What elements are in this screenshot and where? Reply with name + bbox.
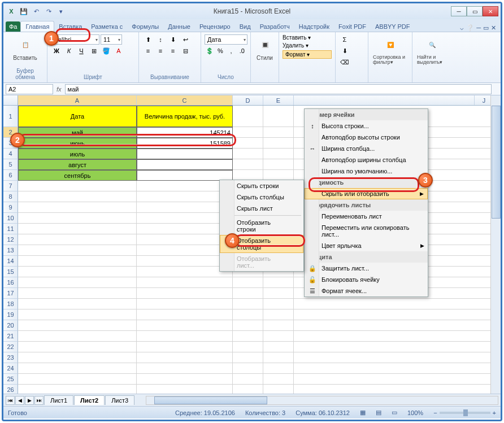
menu-protect-sheet[interactable]: 🔒Защитить лист... <box>305 263 428 274</box>
menu-hide-cols[interactable]: Скрыть столбцы <box>220 191 303 203</box>
redo-icon[interactable]: ↷ <box>43 6 54 17</box>
cell[interactable] <box>294 331 494 342</box>
cell[interactable] <box>263 320 294 331</box>
bold-button[interactable]: Ж <box>51 46 62 56</box>
align-center-button[interactable]: ≡ <box>155 46 166 56</box>
cell[interactable] <box>294 374 494 385</box>
merge-button[interactable]: ⊟ <box>180 46 191 56</box>
cell[interactable] <box>137 299 233 309</box>
row-header[interactable]: 21 <box>3 331 18 342</box>
comma-button[interactable]: , <box>227 46 236 56</box>
col-header-d[interactable]: D <box>233 95 263 105</box>
cell[interactable] <box>18 202 137 213</box>
cell[interactable] <box>137 342 233 352</box>
cell[interactable] <box>233 342 263 352</box>
qat-customize-icon[interactable]: ▾ <box>55 6 67 17</box>
cell[interactable] <box>263 342 294 352</box>
clear-button[interactable]: ⌫ <box>339 57 350 67</box>
cell[interactable] <box>233 299 263 309</box>
cell[interactable] <box>294 309 494 320</box>
cell[interactable]: сентябрь <box>18 170 137 181</box>
cell[interactable] <box>137 224 233 234</box>
align-right-button[interactable]: ≡ <box>167 46 179 56</box>
sheet-nav-first[interactable]: ⏮ <box>6 396 15 405</box>
cell[interactable] <box>294 320 494 331</box>
sheet-tab-3[interactable]: Лист3 <box>105 395 134 405</box>
row-header[interactable]: 26 <box>3 385 18 394</box>
sheet-nav-next[interactable]: ▶ <box>25 396 34 405</box>
row-header[interactable]: 23 <box>3 352 18 363</box>
align-bottom-button[interactable]: ⬇ <box>167 34 179 45</box>
wrap-text-button[interactable]: ↩ <box>180 34 191 45</box>
cell[interactable] <box>137 267 233 277</box>
cell[interactable] <box>233 385 263 394</box>
underline-button[interactable]: Ч <box>76 46 87 56</box>
cell[interactable] <box>263 385 294 394</box>
row-header[interactable]: 12 <box>3 234 18 245</box>
menu-format-cells[interactable]: ☰Формат ячеек... <box>305 285 428 296</box>
vertical-scrollbar[interactable] <box>490 95 501 394</box>
cell[interactable] <box>233 159 263 170</box>
cell[interactable]: август <box>18 159 137 170</box>
menu-autofit-col[interactable]: Автоподбор ширины столбца <box>305 154 428 165</box>
col-header-a[interactable]: A <box>18 95 137 105</box>
menu-move-copy-sheet[interactable]: Переместить или скопировать лист... <box>305 222 428 240</box>
cell[interactable]: май <box>18 127 137 138</box>
close-button[interactable]: ✕ <box>483 6 498 16</box>
cell[interactable] <box>263 277 294 288</box>
row-header[interactable]: 6 <box>3 170 18 181</box>
fill-color-button[interactable]: 🪣 <box>101 46 112 56</box>
inc-decimal-button[interactable]: .0 <box>237 46 247 56</box>
row-header[interactable]: 15 <box>3 267 18 277</box>
row-header[interactable]: 13 <box>3 245 18 256</box>
sheet-nav-prev[interactable]: ◀ <box>15 396 24 405</box>
col-header-gap[interactable] <box>294 95 475 105</box>
cell[interactable] <box>233 374 263 385</box>
menu-rename-sheet[interactable]: Переименовать лист <box>305 211 428 222</box>
menu-row-height[interactable]: ↕Высота строки... <box>305 120 428 132</box>
name-box[interactable]: A2 <box>6 84 53 94</box>
tab-developer[interactable]: Разработч <box>255 21 294 32</box>
view-break-icon[interactable]: ▭ <box>392 409 397 416</box>
tab-data[interactable]: Данные <box>163 21 195 32</box>
cell[interactable] <box>18 374 137 385</box>
tab-file[interactable]: Фа <box>6 21 20 32</box>
row-header[interactable]: 22 <box>3 342 18 352</box>
cell[interactable] <box>263 352 294 363</box>
cell[interactable] <box>263 138 294 149</box>
cell[interactable] <box>18 288 137 299</box>
cell[interactable] <box>137 288 233 299</box>
align-top-button[interactable]: ⬆ <box>142 34 154 45</box>
row-header[interactable]: 5 <box>3 159 18 170</box>
row-header[interactable]: 1 <box>3 106 18 127</box>
excel-icon[interactable]: X <box>6 6 17 17</box>
menu-autofit-row[interactable]: Автоподбор высоты строки <box>305 132 428 143</box>
tab-review[interactable]: Рецензиро <box>195 21 235 32</box>
cell[interactable]: 145214 <box>137 127 233 138</box>
currency-button[interactable]: 💲 <box>205 46 214 56</box>
sort-filter-button[interactable]: 🔽 Сортировка и фильтр▾ <box>372 34 409 66</box>
cell[interactable] <box>233 352 263 363</box>
cell[interactable] <box>263 374 294 385</box>
cell[interactable] <box>18 245 137 256</box>
row-header[interactable]: 24 <box>3 363 18 374</box>
menu-hide-sheet[interactable]: Скрыть лист <box>220 203 303 214</box>
align-left-button[interactable]: ≡ <box>142 46 154 56</box>
mdi-restore-icon[interactable]: ▭ <box>483 24 489 32</box>
cell[interactable] <box>263 106 294 127</box>
styles-button[interactable]: 🔳 Стили <box>254 34 275 62</box>
menu-unhide-rows[interactable]: Отобразить строки <box>220 217 303 235</box>
cell[interactable]: июнь <box>18 138 137 149</box>
cell[interactable] <box>18 213 137 224</box>
cell[interactable] <box>137 149 233 159</box>
tab-formulas[interactable]: Формулы <box>127 21 163 32</box>
cell[interactable] <box>137 213 233 224</box>
border-button[interactable]: ⊞ <box>88 46 99 56</box>
mdi-close-icon[interactable]: ✕ <box>491 24 496 32</box>
cell[interactable] <box>18 267 137 277</box>
row-header[interactable]: 20 <box>3 320 18 331</box>
insert-cells-button[interactable]: Вставить ▾ <box>283 34 332 41</box>
horizontal-scrollbar[interactable] <box>146 396 498 405</box>
row-header[interactable]: 11 <box>3 224 18 234</box>
tab-home[interactable]: Главная <box>20 21 54 32</box>
